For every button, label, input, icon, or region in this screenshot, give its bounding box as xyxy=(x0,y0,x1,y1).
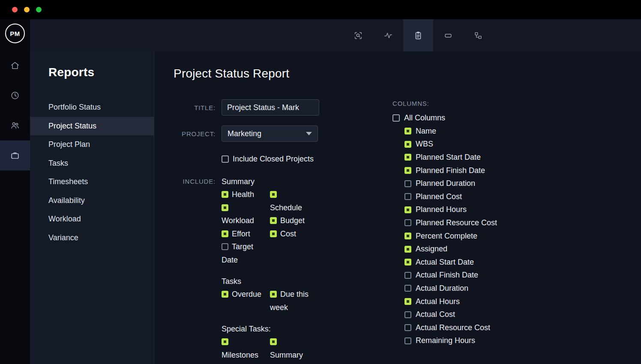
column-checkbox[interactable] xyxy=(404,219,411,226)
title-row: TITLE: xyxy=(174,99,353,116)
app-right: Reports Portfolio Status Project Status … xyxy=(30,19,641,364)
column-checkbox[interactable] xyxy=(404,128,411,134)
column-option-name[interactable]: Name xyxy=(404,125,497,138)
column-checkbox[interactable] xyxy=(404,233,411,239)
column-checkbox[interactable] xyxy=(404,337,411,344)
schedule-checkbox[interactable] xyxy=(270,191,277,198)
column-checkbox[interactable] xyxy=(404,141,411,148)
topbar-item-zoom-search[interactable] xyxy=(343,19,373,51)
include-label: INCLUDE: xyxy=(174,178,216,185)
include-option-due-this-week[interactable]: Due this week xyxy=(270,288,312,314)
topbar-item-reports[interactable] xyxy=(403,19,433,51)
due-this-week-checkbox[interactable] xyxy=(270,291,277,298)
column-checkbox[interactable] xyxy=(404,167,411,174)
column-option-assigned[interactable]: Assigned xyxy=(404,242,497,256)
budget-checkbox[interactable] xyxy=(270,217,277,224)
report-item-portfolio-status[interactable]: Portfolio Status xyxy=(30,98,154,117)
column-label: Actual Start Date xyxy=(416,258,474,267)
report-title-input[interactable] xyxy=(222,99,319,116)
column-option-remaining-hours[interactable]: Remaining Hours xyxy=(404,334,497,348)
topbar-item-workflow[interactable] xyxy=(463,19,493,51)
home-icon xyxy=(10,61,20,70)
topbar-item-activity[interactable] xyxy=(373,19,403,51)
report-item-tasks[interactable]: Tasks xyxy=(30,154,154,173)
report-item-project-plan[interactable]: Project Plan xyxy=(30,135,154,154)
column-option-actual-start-date[interactable]: Actual Start Date xyxy=(404,256,497,269)
column-checkbox[interactable] xyxy=(404,311,411,318)
column-option-planned-cost[interactable]: Planned Cost xyxy=(404,190,497,203)
include-option-cost[interactable]: Cost xyxy=(270,227,312,241)
column-checkbox[interactable] xyxy=(404,193,411,200)
include-option-effort[interactable]: Effort xyxy=(222,227,263,241)
column-label: Planned Finish Date xyxy=(416,166,485,175)
zoom-search-icon xyxy=(353,31,363,40)
column-checkbox[interactable] xyxy=(404,206,411,213)
column-option-wbs[interactable]: WBS xyxy=(404,138,497,151)
column-checkbox[interactable] xyxy=(404,246,411,253)
include-option-health[interactable]: Health xyxy=(222,188,263,201)
health-checkbox[interactable] xyxy=(222,191,228,198)
rail-item-team[interactable] xyxy=(0,110,30,140)
column-option-actual-hours[interactable]: Actual Hours xyxy=(404,295,497,308)
rail-item-history[interactable] xyxy=(0,81,30,110)
target-date-checkbox[interactable] xyxy=(222,243,228,250)
column-checkbox[interactable] xyxy=(404,180,411,187)
column-option-percent-complete[interactable]: Percent Complete xyxy=(404,230,497,243)
project-row: PROJECT: Marketing xyxy=(174,125,353,142)
topbar-item-card[interactable] xyxy=(433,19,463,51)
column-option-planned-resource-cost[interactable]: Planned Resource Cost xyxy=(404,216,497,230)
column-option-actual-resource-cost[interactable]: Actual Resource Cost xyxy=(404,321,497,334)
rail-item-home[interactable] xyxy=(0,51,30,81)
column-option-actual-finish-date[interactable]: Actual Finish Date xyxy=(404,269,497,282)
include-group-heading: Special Tasks: xyxy=(222,322,318,335)
report-item-timesheets[interactable]: Timesheets xyxy=(30,173,154,191)
column-label: Percent Complete xyxy=(416,232,477,241)
close-window-button[interactable] xyxy=(12,7,18,12)
column-checkbox[interactable] xyxy=(404,259,411,266)
include-option-schedule[interactable]: Schedule xyxy=(270,188,312,214)
app-logo[interactable]: PM xyxy=(5,24,25,43)
milestones-checkbox[interactable] xyxy=(222,338,228,345)
report-item-project-status[interactable]: Project Status xyxy=(30,117,154,136)
cost-checkbox[interactable] xyxy=(270,230,277,237)
include-option-summary-tasks[interactable]: Summary xyxy=(270,335,312,361)
workload-checkbox[interactable] xyxy=(222,204,228,211)
overdue-checkbox[interactable] xyxy=(222,291,228,298)
include-option-workload[interactable]: Workload xyxy=(222,201,263,227)
include-option-budget[interactable]: Budget xyxy=(270,214,312,227)
column-option-planned-start-date[interactable]: Planned Start Date xyxy=(404,151,497,164)
column-option-planned-duration[interactable]: Planned Duration xyxy=(404,177,497,190)
column-checkbox[interactable] xyxy=(404,154,411,161)
columns-label: COLUMNS: xyxy=(392,100,497,107)
effort-checkbox[interactable] xyxy=(222,230,228,237)
all-columns-row[interactable]: All Columns xyxy=(392,113,497,122)
column-label: WBS xyxy=(416,140,433,149)
rail-item-projects[interactable] xyxy=(0,140,30,170)
column-option-planned-hours[interactable]: Planned Hours xyxy=(404,203,497,217)
minimize-window-button[interactable] xyxy=(24,7,30,12)
column-checkbox[interactable] xyxy=(404,272,411,279)
column-checkbox[interactable] xyxy=(404,285,411,292)
column-label: Actual Hours xyxy=(416,297,460,306)
title-label: TITLE: xyxy=(174,104,216,111)
summary-tasks-checkbox[interactable] xyxy=(270,338,277,345)
column-checkbox[interactable] xyxy=(404,298,411,305)
topbar-icons xyxy=(343,19,493,51)
include-option-overdue[interactable]: Overdue xyxy=(222,288,263,301)
column-option-actual-duration[interactable]: Actual Duration xyxy=(404,282,497,295)
report-config: Project Status Report TITLE: PROJECT: Ma… xyxy=(154,51,641,364)
all-columns-checkbox[interactable] xyxy=(392,114,400,122)
include-option-label: Health xyxy=(232,190,254,199)
column-option-planned-finish-date[interactable]: Planned Finish Date xyxy=(404,164,497,177)
project-select[interactable]: Marketing xyxy=(222,125,318,142)
column-option-actual-cost[interactable]: Actual Cost xyxy=(404,308,497,321)
zoom-window-button[interactable] xyxy=(36,7,42,12)
report-item-variance[interactable]: Variance xyxy=(30,229,154,248)
include-closed-checkbox[interactable] xyxy=(222,155,229,163)
include-option-milestones[interactable]: Milestones xyxy=(222,335,263,361)
report-item-availability[interactable]: Availability xyxy=(30,191,154,210)
include-option-label: Summary xyxy=(270,351,303,359)
include-option-target-date[interactable]: Target Date xyxy=(222,240,263,266)
column-checkbox[interactable] xyxy=(404,324,411,331)
report-item-workload[interactable]: Workload xyxy=(30,210,154,229)
